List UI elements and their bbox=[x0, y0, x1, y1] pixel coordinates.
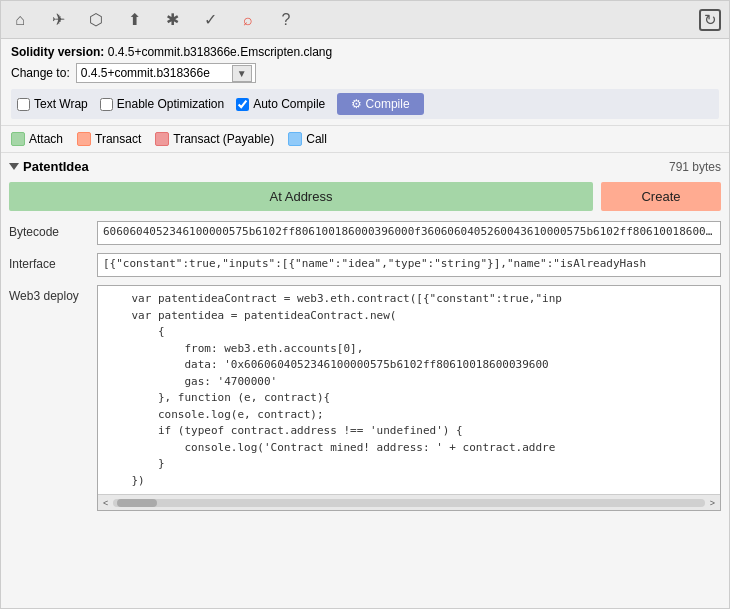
text-wrap-checkbox[interactable] bbox=[17, 98, 30, 111]
transact-payable-label: Transact (Payable) bbox=[173, 132, 274, 146]
horizontal-scrollbar[interactable]: < > bbox=[98, 494, 720, 510]
main-container: ⌂ ✈ ⬡ ⬆ ✱ ✓ ⌕ ? ↻ Solidity version: 0.4.… bbox=[0, 0, 730, 609]
contract-size: 791 bytes bbox=[669, 160, 721, 174]
contract-title: PatentIdea bbox=[9, 159, 89, 174]
scroll-thumb[interactable] bbox=[117, 499, 157, 507]
help-icon[interactable]: ? bbox=[275, 9, 297, 31]
create-button[interactable]: Create bbox=[601, 182, 721, 211]
transact-dot bbox=[77, 132, 91, 146]
scroll-left-arrow[interactable]: < bbox=[100, 498, 111, 508]
legend-attach: Attach bbox=[11, 132, 63, 146]
interface-label: Interface bbox=[9, 253, 89, 271]
contract-section: PatentIdea 791 bytes At Address Create B… bbox=[1, 153, 729, 608]
attach-label: Attach bbox=[29, 132, 63, 146]
attach-dot bbox=[11, 132, 25, 146]
version-select[interactable]: 0.4.5+commit.b318366e bbox=[76, 63, 256, 83]
toolbar: ⌂ ✈ ⬡ ⬆ ✱ ✓ ⌕ ? ↻ bbox=[1, 1, 729, 39]
home-icon[interactable]: ⌂ bbox=[9, 9, 31, 31]
contract-name: PatentIdea bbox=[23, 159, 89, 174]
at-address-button[interactable]: At Address bbox=[9, 182, 593, 211]
solidity-version-row: Solidity version: 0.4.5+commit.b318366e.… bbox=[11, 45, 719, 59]
transact-label: Transact bbox=[95, 132, 141, 146]
web3-deploy-label: Web3 deploy bbox=[9, 285, 89, 303]
interface-row: Interface [{"constant":true,"inputs":[{"… bbox=[9, 253, 721, 277]
collapse-icon[interactable] bbox=[9, 163, 19, 170]
interface-value[interactable]: [{"constant":true,"inputs":[{"name":"ide… bbox=[97, 253, 721, 277]
auto-compile-checkbox[interactable] bbox=[236, 98, 249, 111]
cube-icon[interactable]: ⬡ bbox=[85, 9, 107, 31]
text-wrap-label[interactable]: Text Wrap bbox=[17, 97, 88, 111]
upload-icon[interactable]: ⬆ bbox=[123, 9, 145, 31]
version-select-wrapper: 0.4.5+commit.b318366e ▼ bbox=[76, 63, 256, 83]
version-value: 0.4.5+commit.b318366e.Emscripten.clang bbox=[108, 45, 332, 59]
enable-optimization-checkbox[interactable] bbox=[100, 98, 113, 111]
web3-code: var patentideaContract = web3.eth.contra… bbox=[98, 286, 720, 494]
version-label: Solidity version: bbox=[11, 45, 104, 59]
bug-icon[interactable]: ✱ bbox=[161, 9, 183, 31]
auto-compile-label[interactable]: Auto Compile bbox=[236, 97, 325, 111]
change-to-label: Change to: bbox=[11, 66, 70, 80]
bytecode-value[interactable]: 6060604052346100000575b6102ff80610018600… bbox=[97, 221, 721, 245]
web3-code-container[interactable]: var patentideaContract = web3.eth.contra… bbox=[97, 285, 721, 511]
enable-optimization-label[interactable]: Enable Optimization bbox=[100, 97, 224, 111]
bytecode-label: Bytecode bbox=[9, 221, 89, 239]
legend-transact-payable: Transact (Payable) bbox=[155, 132, 274, 146]
call-dot bbox=[288, 132, 302, 146]
address-btn-row: At Address Create bbox=[9, 182, 721, 211]
compile-button[interactable]: ⚙ Compile bbox=[337, 93, 423, 115]
search-icon[interactable]: ⌕ bbox=[237, 9, 259, 31]
legend-row: Attach Transact Transact (Payable) Call bbox=[1, 126, 729, 153]
legend-call: Call bbox=[288, 132, 327, 146]
solidity-info: Solidity version: 0.4.5+commit.b318366e.… bbox=[1, 39, 729, 126]
legend-transact: Transact bbox=[77, 132, 141, 146]
scroll-track[interactable] bbox=[113, 499, 704, 507]
send-icon[interactable]: ✈ bbox=[47, 9, 69, 31]
contract-header: PatentIdea 791 bytes bbox=[9, 159, 721, 174]
change-to-row: Change to: 0.4.5+commit.b318366e ▼ bbox=[11, 63, 719, 83]
refresh-icon[interactable]: ↻ bbox=[699, 9, 721, 31]
bytecode-row: Bytecode 6060604052346100000575b6102ff80… bbox=[9, 221, 721, 245]
scroll-right-arrow[interactable]: > bbox=[707, 498, 718, 508]
options-row: Text Wrap Enable Optimization Auto Compi… bbox=[11, 89, 719, 119]
call-label: Call bbox=[306, 132, 327, 146]
check-icon[interactable]: ✓ bbox=[199, 9, 221, 31]
transact-payable-dot bbox=[155, 132, 169, 146]
web3-deploy-row: Web3 deploy var patentideaContract = web… bbox=[9, 285, 721, 511]
